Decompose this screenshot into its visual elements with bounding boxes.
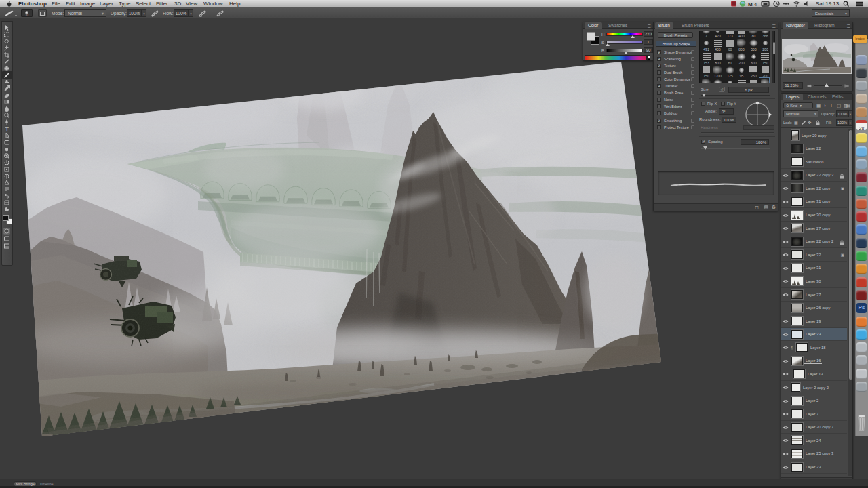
- svg-text:4: 4: [754, 1, 757, 7]
- svg-text:T: T: [5, 126, 9, 133]
- svg-text:M: M: [748, 1, 753, 7]
